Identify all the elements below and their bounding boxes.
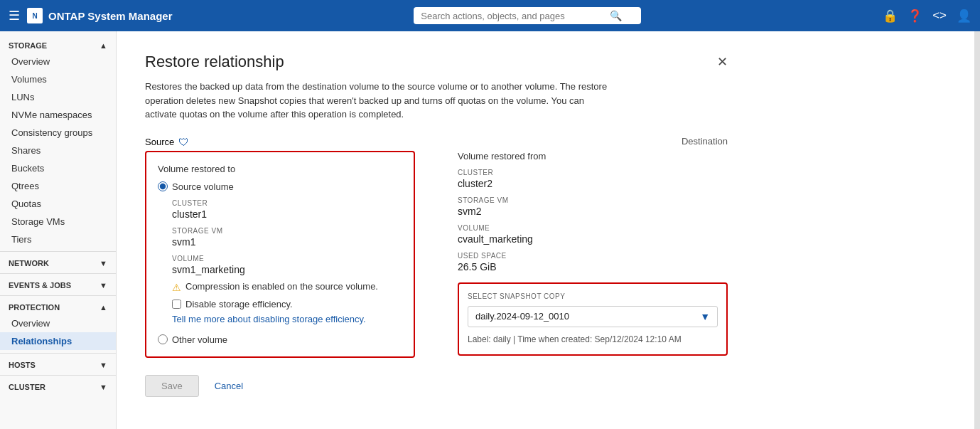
disable-efficiency-checkbox[interactable]	[172, 300, 181, 309]
cluster-section-label: CLUSTER	[9, 383, 45, 391]
volume-restored-to: Volume restored to	[158, 164, 402, 174]
snapshot-selected-value: daily.2024-09-12_0010	[475, 311, 569, 322]
source-volume-label: VOLUME	[172, 255, 402, 263]
source-storage-vm-label: STORAGE VM	[172, 227, 402, 235]
sidebar-item-volumes[interactable]: Volumes	[0, 70, 116, 88]
events-section-label: EVENTS & JOBS	[9, 281, 71, 290]
snapshot-info: Label: daily | Time when created: Sep/12…	[468, 333, 718, 346]
warning-text: Compression is enabled on the source vol…	[185, 281, 378, 292]
network-chevron-icon: ▼	[99, 259, 107, 268]
sidebar-section-storage[interactable]: STORAGE ▲	[0, 37, 116, 53]
save-button[interactable]: Save	[145, 375, 199, 397]
button-row: Save Cancel	[145, 375, 728, 397]
columns-label-row: Source 🛡 Destination	[145, 136, 728, 148]
scrollbar[interactable]	[974, 31, 980, 429]
brand-logo: N	[27, 8, 43, 23]
source-storage-vm-value: svm1	[172, 236, 402, 248]
help-icon[interactable]: ❓	[908, 9, 922, 23]
network-section-label: NETWORK	[9, 259, 49, 268]
search-input[interactable]	[421, 11, 605, 21]
disable-efficiency-label: Disable storage efficiency.	[185, 299, 293, 309]
sidebar-item-nvme-namespaces[interactable]: NVMe namespaces	[0, 106, 116, 124]
sidebar-item-luns[interactable]: LUNs	[0, 88, 116, 106]
warning-row: ⚠ Compression is enabled on the source v…	[172, 281, 402, 293]
sidebar-item-qtrees[interactable]: Qtrees	[0, 177, 116, 195]
source-volume-value: svm1_marketing	[172, 264, 402, 275]
dest-used-space-label: USED SPACE	[458, 252, 728, 260]
sidebar-item-tiers[interactable]: Tiers	[0, 231, 116, 248]
snapshot-dropdown[interactable]: daily.2024-09-12_0010 ▼	[468, 306, 718, 327]
dialog-description: Restores the backed up data from the des…	[145, 80, 614, 122]
sidebar-item-relationships[interactable]: Relationships	[0, 332, 116, 350]
top-nav: ☰ N ONTAP System Manager 🔍 🔒 ❓ <> 👤	[0, 0, 980, 31]
search-bar[interactable]: 🔍	[414, 7, 641, 24]
dest-cluster-value: cluster2	[458, 178, 728, 189]
storage-section-label: STORAGE	[9, 41, 47, 50]
protection-chevron-icon: ▲	[99, 303, 107, 312]
main-content: Restore relationship ✕ Restores the back…	[117, 31, 974, 429]
source-cluster-value: cluster1	[172, 208, 402, 220]
sidebar-divider-5	[0, 375, 116, 376]
storage-chevron-icon: ▲	[99, 41, 107, 50]
disable-efficiency-row: Disable storage efficiency.	[172, 299, 402, 309]
source-details: CLUSTER cluster1 STORAGE VM svm1 VOLUME …	[158, 199, 402, 324]
close-icon[interactable]: ✕	[717, 54, 728, 70]
sidebar-divider-1	[0, 251, 116, 252]
sidebar-item-overview-storage[interactable]: Overview	[0, 53, 116, 70]
sd-layout: Volume restored to Source volume CLUSTER…	[145, 151, 728, 358]
source-volume-radio-text: Source volume	[172, 181, 234, 192]
warning-icon: ⚠	[172, 282, 181, 293]
destination-section: Volume restored from CLUSTER cluster2 ST…	[436, 151, 728, 358]
sidebar-item-buckets[interactable]: Buckets	[0, 159, 116, 177]
other-volume-radio-label[interactable]: Other volume	[158, 334, 402, 345]
dest-storage-vm-label: STORAGE VM	[458, 196, 728, 204]
sidebar-section-hosts[interactable]: HOSTS ▼	[0, 356, 116, 372]
sidebar-section-events[interactable]: EVENTS & JOBS ▼	[0, 277, 116, 292]
hosts-section-label: HOSTS	[9, 361, 36, 369]
destination-content: Volume restored from CLUSTER cluster2 ST…	[458, 151, 728, 356]
cancel-button[interactable]: Cancel	[208, 376, 250, 396]
chevron-down-icon: ▼	[700, 311, 710, 322]
cluster-chevron-icon: ▼	[99, 383, 107, 391]
sidebar-section-network[interactable]: NETWORK ▼	[0, 255, 116, 270]
sidebar-divider-3	[0, 295, 116, 296]
dialog-area: Restore relationship ✕ Restores the back…	[117, 31, 756, 418]
snapshot-box: SELECT SNAPSHOT COPY daily.2024-09-12_00…	[458, 282, 728, 356]
source-section: Volume restored to Source volume CLUSTER…	[145, 151, 415, 358]
source-cluster-label: CLUSTER	[172, 199, 402, 207]
efficiency-link[interactable]: Tell me more about disabling storage eff…	[172, 314, 366, 324]
brand: N ONTAP System Manager	[27, 8, 173, 23]
source-label: Source	[145, 137, 174, 147]
source-volume-radio-label[interactable]: Source volume	[158, 181, 402, 192]
brand-name: ONTAP System Manager	[48, 10, 173, 22]
source-box: Volume restored to Source volume CLUSTER…	[145, 151, 415, 358]
dest-volume-label: VOLUME	[458, 224, 728, 232]
sidebar-section-protection[interactable]: PROTECTION ▲	[0, 299, 116, 314]
sidebar: STORAGE ▲ Overview Volumes LUNs NVMe nam…	[0, 31, 117, 429]
shield-icon: 🛡	[178, 136, 189, 148]
dest-cluster-label: CLUSTER	[458, 169, 728, 176]
sidebar-item-consistency-groups[interactable]: Consistency groups	[0, 124, 116, 142]
source-volume-radio[interactable]	[158, 181, 168, 191]
sidebar-divider-2	[0, 273, 116, 274]
column-spacer	[415, 151, 436, 358]
sidebar-section-cluster[interactable]: CLUSTER ▼	[0, 378, 116, 394]
protection-section-label: PROTECTION	[9, 303, 60, 312]
dialog-title-row: Restore relationship ✕	[145, 53, 728, 71]
user-icon[interactable]: 👤	[957, 9, 971, 23]
other-volume-radio[interactable]	[158, 334, 168, 344]
lock-icon[interactable]: 🔒	[883, 9, 898, 23]
source-radio-group: Source volume	[158, 181, 402, 192]
search-icon: 🔍	[610, 10, 622, 21]
sidebar-item-shares[interactable]: Shares	[0, 142, 116, 159]
dest-storage-vm-value: svm2	[458, 206, 728, 217]
volume-restored-from: Volume restored from	[458, 151, 728, 161]
menu-icon[interactable]: ☰	[9, 8, 20, 23]
sidebar-item-quotas[interactable]: Quotas	[0, 195, 116, 213]
other-volume-radio-text: Other volume	[172, 334, 227, 345]
sidebar-item-overview-protection[interactable]: Overview	[0, 314, 116, 332]
sidebar-item-storage-vms[interactable]: Storage VMs	[0, 213, 116, 231]
code-icon[interactable]: <>	[932, 9, 947, 23]
sidebar-divider-4	[0, 353, 116, 354]
dest-volume-value: cvault_marketing	[458, 233, 728, 245]
